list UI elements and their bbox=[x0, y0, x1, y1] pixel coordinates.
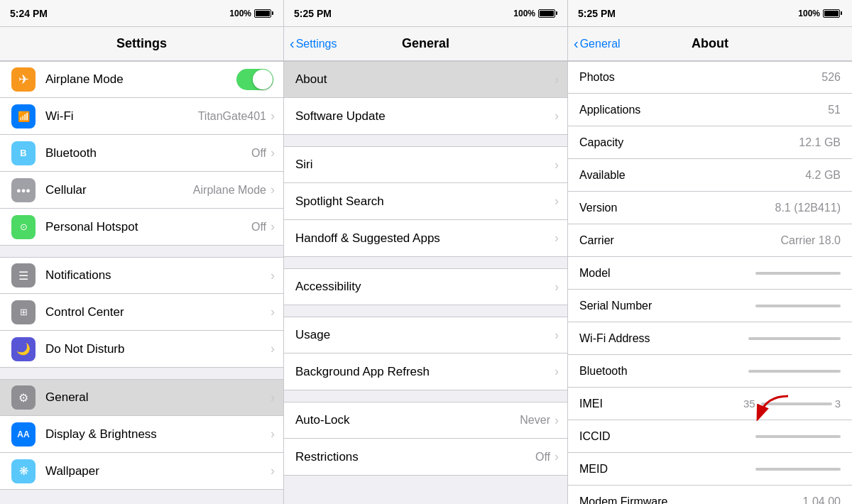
bluetooth-value: Off bbox=[251, 147, 266, 160]
back-label-2: Settings bbox=[296, 38, 337, 50]
settings-row-dnd[interactable]: 🌙 Do Not Disturb › bbox=[0, 331, 283, 368]
model-label: Model bbox=[579, 267, 755, 280]
wifi-addr-value bbox=[748, 337, 841, 340]
dnd-label: Do Not Disturb bbox=[45, 342, 271, 356]
back-to-settings[interactable]: ‹ Settings bbox=[290, 36, 337, 52]
about-section: Photos 526 Applications 51 Capacity 12.1… bbox=[568, 61, 852, 504]
general-sep-4 bbox=[284, 390, 567, 402]
battery-text-2: 100% bbox=[513, 9, 535, 18]
software-update-chevron: › bbox=[555, 109, 559, 124]
settings-row-hotspot[interactable]: ⊙ Personal Hotspot Off › bbox=[0, 209, 283, 246]
battery-text-3: 100% bbox=[798, 9, 820, 18]
settings-section-3: ⚙ General › AA Display & Brightness › ❋ … bbox=[0, 379, 283, 490]
wifi-addr-label: Wi-Fi Address bbox=[579, 332, 748, 345]
carrier-label: Carrier bbox=[579, 234, 781, 247]
control-center-label: Control Center bbox=[45, 305, 271, 319]
general-row-spotlight[interactable]: Spotlight Search › bbox=[284, 183, 567, 220]
about-row-bluetooth-addr: Bluetooth bbox=[568, 355, 852, 388]
about-row-version: Version 8.1 (12B411) bbox=[568, 192, 852, 224]
general-row-bg-refresh[interactable]: Background App Refresh › bbox=[284, 354, 567, 390]
available-label: Available bbox=[579, 169, 805, 182]
general-row-usage[interactable]: Usage › bbox=[284, 317, 567, 354]
siri-label: Siri bbox=[295, 158, 555, 172]
bg-refresh-label: Background App Refresh bbox=[295, 365, 555, 379]
general-row-handoff[interactable]: Handoff & Suggested Apps › bbox=[284, 220, 567, 257]
display-icon: AA bbox=[11, 422, 36, 447]
about-label: About bbox=[295, 72, 555, 87]
general-row-autolock[interactable]: Auto-Lock Never › bbox=[284, 402, 567, 439]
settings-section-1: ✈ Airplane Mode 📶 Wi-Fi TitanGate401 › B… bbox=[0, 61, 283, 246]
airplane-icon: ✈ bbox=[11, 67, 36, 92]
restrictions-label: Restrictions bbox=[295, 450, 535, 464]
settings-row-notifications[interactable]: ☰ Notifications › bbox=[0, 257, 283, 294]
general-row-siri[interactable]: Siri › bbox=[284, 146, 567, 183]
about-row-imei: IMEI 35 3 bbox=[568, 388, 852, 420]
settings-row-cellular[interactable]: ●●● Cellular Airplane Mode › bbox=[0, 172, 283, 209]
status-icons-3: 100% bbox=[798, 9, 842, 18]
nav-bar-1: Settings bbox=[0, 27, 283, 61]
applications-value: 51 bbox=[828, 104, 841, 116]
settings-title: Settings bbox=[116, 36, 167, 51]
hotspot-chevron: › bbox=[271, 219, 275, 234]
general-section-4: Usage › Background App Refresh › bbox=[284, 317, 567, 390]
general-row-about[interactable]: About › bbox=[284, 61, 567, 98]
wifi-chevron: › bbox=[271, 109, 275, 124]
time-3: 5:25 PM bbox=[578, 8, 616, 19]
battery-icon-2 bbox=[538, 9, 557, 18]
status-icons-2: 100% bbox=[513, 9, 557, 18]
settings-row-airplane[interactable]: ✈ Airplane Mode bbox=[0, 61, 283, 98]
back-label-3: General bbox=[580, 38, 621, 50]
wallpaper-chevron: › bbox=[271, 464, 275, 478]
cellular-label: Cellular bbox=[45, 183, 193, 197]
settings-row-control-center[interactable]: ⊞ Control Center › bbox=[0, 294, 283, 331]
general-panel: 5:25 PM 100% ‹ Settings General About › … bbox=[284, 0, 568, 504]
capacity-label: Capacity bbox=[579, 136, 799, 149]
hotspot-icon: ⊙ bbox=[11, 215, 36, 239]
imei-label: IMEI bbox=[579, 398, 743, 410]
settings-row-display[interactable]: AA Display & Brightness › bbox=[0, 416, 283, 453]
spotlight-label: Spotlight Search bbox=[295, 195, 555, 209]
modem-value: 1.04.00 bbox=[803, 495, 841, 505]
battery-icon-3 bbox=[823, 9, 842, 18]
version-value: 8.1 (12B411) bbox=[775, 202, 841, 214]
notifications-label: Notifications bbox=[45, 268, 271, 283]
bluetooth-icon: B bbox=[11, 141, 36, 165]
general-row-accessibility[interactable]: Accessibility › bbox=[284, 268, 567, 305]
battery-text-1: 100% bbox=[229, 9, 251, 18]
airplane-toggle[interactable] bbox=[236, 69, 273, 90]
settings-row-wifi[interactable]: 📶 Wi-Fi TitanGate401 › bbox=[0, 98, 283, 135]
meid-label: MEID bbox=[579, 463, 755, 476]
control-center-icon: ⊞ bbox=[11, 300, 36, 324]
wallpaper-icon: ❋ bbox=[11, 459, 36, 483]
general-list[interactable]: About › Software Update › Siri › Spotlig… bbox=[284, 61, 567, 504]
nav-bar-3: ‹ General About bbox=[568, 27, 852, 61]
settings-row-bluetooth[interactable]: B Bluetooth Off › bbox=[0, 135, 283, 172]
about-row-iccid: ICCID bbox=[568, 420, 852, 453]
separator-1 bbox=[0, 246, 283, 257]
battery-icon-1 bbox=[254, 9, 273, 18]
photos-value: 526 bbox=[821, 71, 841, 84]
photos-label: Photos bbox=[579, 71, 821, 84]
general-row-software-update[interactable]: Software Update › bbox=[284, 98, 567, 135]
capacity-value: 12.1 GB bbox=[799, 136, 841, 149]
settings-list[interactable]: ✈ Airplane Mode 📶 Wi-Fi TitanGate401 › B… bbox=[0, 61, 283, 504]
back-to-general[interactable]: ‹ General bbox=[574, 36, 621, 52]
general-section-5: Auto-Lock Never › Restrictions Off › bbox=[284, 402, 567, 476]
usage-label: Usage bbox=[295, 328, 555, 342]
general-section-3: Accessibility › bbox=[284, 268, 567, 305]
about-row-wifi-addr: Wi-Fi Address bbox=[568, 322, 852, 355]
software-update-label: Software Update bbox=[295, 109, 555, 124]
settings-row-wallpaper[interactable]: ❋ Wallpaper › bbox=[0, 453, 283, 490]
about-title: About bbox=[692, 36, 728, 51]
dnd-icon: 🌙 bbox=[11, 337, 36, 361]
bluetooth-addr-value bbox=[748, 370, 841, 373]
available-value: 4.2 GB bbox=[805, 169, 841, 182]
general-sep-3 bbox=[284, 305, 567, 317]
settings-row-general[interactable]: ⚙ General › bbox=[0, 379, 283, 416]
about-row-modem: Modem Firmware 1.04.00 bbox=[568, 486, 852, 504]
carrier-value: Carrier 18.0 bbox=[781, 234, 841, 247]
general-row-restrictions[interactable]: Restrictions Off › bbox=[284, 439, 567, 476]
autolock-chevron: › bbox=[555, 413, 559, 428]
about-row-capacity: Capacity 12.1 GB bbox=[568, 126, 852, 159]
hotspot-value: Off bbox=[251, 221, 266, 234]
